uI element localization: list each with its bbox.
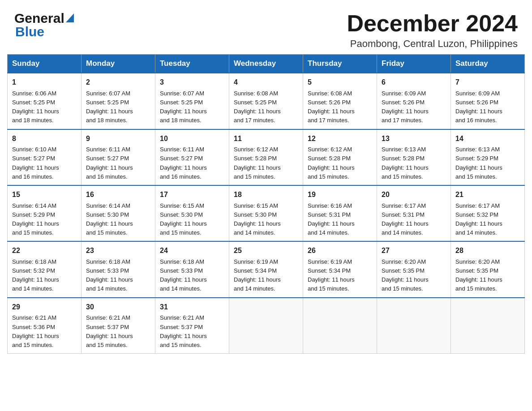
calendar-day-cell: 11Sunrise: 6:12 AMSunset: 5:28 PMDayligh…	[229, 129, 303, 185]
day-number: 15	[12, 189, 77, 201]
calendar-day-cell	[377, 298, 451, 354]
calendar-day-header: Monday	[82, 55, 155, 73]
day-info: Sunrise: 6:13 AMSunset: 5:28 PMDaylight:…	[382, 146, 429, 180]
day-info: Sunrise: 6:17 AMSunset: 5:32 PMDaylight:…	[455, 202, 502, 236]
calendar-day-cell: 13Sunrise: 6:13 AMSunset: 5:28 PMDayligh…	[377, 129, 451, 185]
calendar-day-cell: 9Sunrise: 6:11 AMSunset: 5:27 PMDaylight…	[82, 129, 155, 185]
day-number: 23	[86, 245, 150, 257]
calendar-day-cell: 8Sunrise: 6:10 AMSunset: 5:27 PMDaylight…	[8, 129, 82, 185]
day-number: 17	[160, 189, 224, 201]
calendar-day-cell: 12Sunrise: 6:12 AMSunset: 5:28 PMDayligh…	[303, 129, 377, 185]
calendar-day-cell: 27Sunrise: 6:20 AMSunset: 5:35 PMDayligh…	[377, 241, 451, 297]
calendar-day-cell: 19Sunrise: 6:16 AMSunset: 5:31 PMDayligh…	[303, 185, 377, 241]
day-number: 12	[308, 133, 372, 145]
day-number: 16	[86, 189, 150, 201]
calendar-day-cell: 2Sunrise: 6:07 AMSunset: 5:25 PMDaylight…	[82, 73, 155, 129]
svg-marker-0	[66, 13, 74, 22]
logo-triangle-icon	[66, 13, 74, 24]
day-number: 27	[382, 245, 446, 257]
day-info: Sunrise: 6:13 AMSunset: 5:29 PMDaylight:…	[455, 146, 502, 180]
day-info: Sunrise: 6:18 AMSunset: 5:33 PMDaylight:…	[86, 258, 133, 292]
day-info: Sunrise: 6:06 AMSunset: 5:25 PMDaylight:…	[12, 90, 59, 124]
calendar-day-cell: 7Sunrise: 6:09 AMSunset: 5:26 PMDaylight…	[451, 73, 525, 129]
calendar-day-cell	[451, 298, 525, 354]
calendar-day-cell: 10Sunrise: 6:11 AMSunset: 5:27 PMDayligh…	[155, 129, 229, 185]
day-number: 6	[382, 77, 446, 88]
calendar-day-cell: 23Sunrise: 6:18 AMSunset: 5:33 PMDayligh…	[82, 241, 155, 297]
day-info: Sunrise: 6:10 AMSunset: 5:27 PMDaylight:…	[12, 146, 59, 180]
day-number: 7	[455, 77, 520, 88]
day-info: Sunrise: 6:11 AMSunset: 5:27 PMDaylight:…	[160, 146, 207, 180]
day-number: 5	[308, 77, 372, 88]
calendar-day-cell	[229, 298, 303, 354]
day-info: Sunrise: 6:08 AMSunset: 5:25 PMDaylight:…	[234, 90, 281, 124]
calendar-day-cell: 17Sunrise: 6:15 AMSunset: 5:30 PMDayligh…	[155, 185, 229, 241]
day-number: 18	[234, 189, 298, 201]
day-info: Sunrise: 6:14 AMSunset: 5:29 PMDaylight:…	[12, 202, 59, 236]
calendar-day-cell: 30Sunrise: 6:21 AMSunset: 5:37 PMDayligh…	[82, 298, 155, 354]
logo: General Blue	[14, 11, 74, 39]
day-info: Sunrise: 6:12 AMSunset: 5:28 PMDaylight:…	[234, 146, 281, 180]
day-number: 1	[12, 77, 77, 88]
calendar-day-cell: 14Sunrise: 6:13 AMSunset: 5:29 PMDayligh…	[451, 129, 525, 185]
day-number: 31	[160, 302, 224, 313]
day-info: Sunrise: 6:17 AMSunset: 5:31 PMDaylight:…	[382, 202, 429, 236]
calendar-day-cell: 31Sunrise: 6:21 AMSunset: 5:37 PMDayligh…	[155, 298, 229, 354]
calendar-day-cell: 16Sunrise: 6:14 AMSunset: 5:30 PMDayligh…	[82, 185, 155, 241]
day-info: Sunrise: 6:21 AMSunset: 5:36 PMDaylight:…	[12, 314, 59, 348]
day-info: Sunrise: 6:20 AMSunset: 5:35 PMDaylight:…	[382, 258, 429, 292]
day-number: 3	[160, 77, 224, 88]
calendar-day-header: Sunday	[8, 55, 82, 73]
day-info: Sunrise: 6:18 AMSunset: 5:32 PMDaylight:…	[12, 258, 59, 292]
calendar-week-row: 1Sunrise: 6:06 AMSunset: 5:25 PMDaylight…	[8, 73, 525, 129]
calendar-day-cell: 18Sunrise: 6:15 AMSunset: 5:30 PMDayligh…	[229, 185, 303, 241]
day-number: 2	[86, 77, 150, 88]
day-number: 25	[234, 245, 298, 257]
day-number: 20	[382, 189, 446, 201]
calendar-day-cell: 22Sunrise: 6:18 AMSunset: 5:32 PMDayligh…	[8, 241, 82, 297]
day-info: Sunrise: 6:09 AMSunset: 5:26 PMDaylight:…	[382, 90, 429, 124]
day-number: 11	[234, 133, 298, 145]
day-info: Sunrise: 6:11 AMSunset: 5:27 PMDaylight:…	[86, 146, 133, 180]
logo-blue-text: Blue	[15, 24, 44, 39]
calendar-day-cell: 3Sunrise: 6:07 AMSunset: 5:25 PMDaylight…	[155, 73, 229, 129]
day-number: 29	[12, 302, 77, 313]
logo-general-text: General	[14, 11, 64, 26]
calendar-week-row: 15Sunrise: 6:14 AMSunset: 5:29 PMDayligh…	[8, 185, 525, 241]
calendar-day-cell: 5Sunrise: 6:08 AMSunset: 5:26 PMDaylight…	[303, 73, 377, 129]
title-block: December 2024 Paombong, Central Luzon, P…	[347, 11, 518, 50]
calendar-day-cell: 29Sunrise: 6:21 AMSunset: 5:36 PMDayligh…	[8, 298, 82, 354]
day-info: Sunrise: 6:19 AMSunset: 5:34 PMDaylight:…	[234, 258, 281, 292]
calendar-day-header: Friday	[377, 55, 451, 73]
calendar-day-cell: 25Sunrise: 6:19 AMSunset: 5:34 PMDayligh…	[229, 241, 303, 297]
day-info: Sunrise: 6:16 AMSunset: 5:31 PMDaylight:…	[308, 202, 355, 236]
day-info: Sunrise: 6:08 AMSunset: 5:26 PMDaylight:…	[308, 90, 355, 124]
day-info: Sunrise: 6:15 AMSunset: 5:30 PMDaylight:…	[160, 202, 207, 236]
day-number: 10	[160, 133, 224, 145]
calendar-wrapper: SundayMondayTuesdayWednesdayThursdayFrid…	[0, 54, 532, 364]
day-number: 21	[455, 189, 520, 201]
calendar-header-row: SundayMondayTuesdayWednesdayThursdayFrid…	[8, 55, 525, 73]
calendar-day-header: Wednesday	[229, 55, 303, 73]
calendar-day-cell: 6Sunrise: 6:09 AMSunset: 5:26 PMDaylight…	[377, 73, 451, 129]
day-info: Sunrise: 6:21 AMSunset: 5:37 PMDaylight:…	[160, 314, 207, 348]
day-number: 26	[308, 245, 372, 257]
day-number: 28	[455, 245, 520, 257]
calendar-day-cell: 26Sunrise: 6:19 AMSunset: 5:34 PMDayligh…	[303, 241, 377, 297]
calendar-day-cell: 1Sunrise: 6:06 AMSunset: 5:25 PMDaylight…	[8, 73, 82, 129]
day-number: 19	[308, 189, 372, 201]
day-number: 13	[382, 133, 446, 145]
day-info: Sunrise: 6:18 AMSunset: 5:33 PMDaylight:…	[160, 258, 207, 292]
day-info: Sunrise: 6:07 AMSunset: 5:25 PMDaylight:…	[160, 90, 207, 124]
day-info: Sunrise: 6:21 AMSunset: 5:37 PMDaylight:…	[86, 314, 133, 348]
calendar-day-cell: 15Sunrise: 6:14 AMSunset: 5:29 PMDayligh…	[8, 185, 82, 241]
calendar-day-header: Tuesday	[155, 55, 229, 73]
day-number: 9	[86, 133, 150, 145]
day-number: 22	[12, 245, 77, 257]
calendar-day-cell: 4Sunrise: 6:08 AMSunset: 5:25 PMDaylight…	[229, 73, 303, 129]
day-info: Sunrise: 6:20 AMSunset: 5:35 PMDaylight:…	[455, 258, 502, 292]
day-number: 8	[12, 133, 77, 145]
day-number: 30	[86, 302, 150, 313]
calendar-day-header: Saturday	[451, 55, 525, 73]
calendar-day-cell: 21Sunrise: 6:17 AMSunset: 5:32 PMDayligh…	[451, 185, 525, 241]
